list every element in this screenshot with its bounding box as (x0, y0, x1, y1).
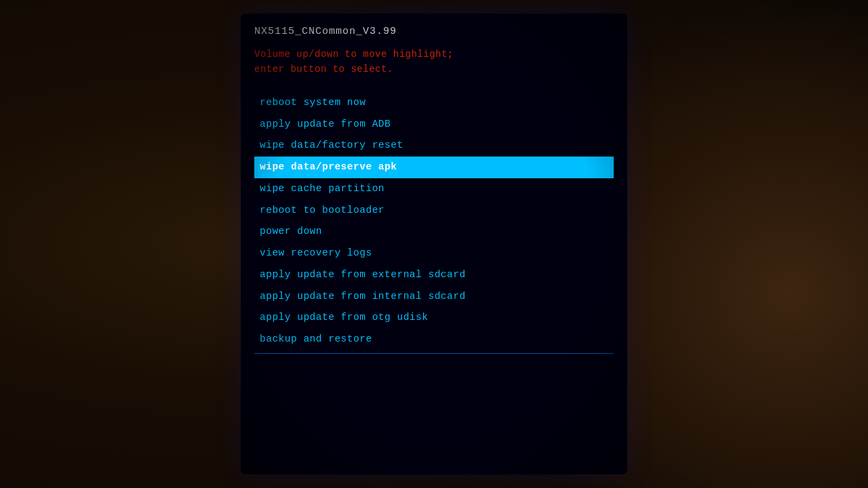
menu-item-wipe-data-preserve-apk[interactable]: wipe data/preserve apk (254, 157, 614, 178)
recovery-menu: reboot system nowapply update from ADBwi… (254, 92, 614, 350)
menu-item-wipe-cache-partition[interactable]: wipe cache partition (254, 178, 614, 200)
menu-item-power-down[interactable]: power down (254, 221, 614, 243)
instructions-block: Volume up/down to move highlight; enter … (254, 47, 614, 77)
menu-item-view-recovery-logs[interactable]: view recovery logs (254, 243, 614, 264)
phone-screen: NX5115_CNCommon_V3.99 Volume up/down to … (241, 14, 627, 474)
menu-item-apply-update-adb[interactable]: apply update from ADB (254, 114, 614, 136)
instructions-line1: Volume up/down to move highlight; (254, 49, 454, 60)
menu-item-apply-update-otg-udisk[interactable]: apply update from otg udisk (254, 307, 614, 329)
menu-item-reboot-system-now[interactable]: reboot system now (254, 92, 614, 114)
phone-wrap: NX5115_CNCommon_V3.99 Volume up/down to … (217, 0, 651, 488)
menu-item-backup-and-restore[interactable]: backup and restore (254, 329, 614, 350)
menu-item-reboot-to-bootloader[interactable]: reboot to bootloader (254, 200, 614, 222)
menu-item-apply-update-external-sdcard[interactable]: apply update from external sdcard (254, 264, 614, 286)
menu-item-apply-update-internal-sdcard[interactable]: apply update from internal sdcard (254, 286, 614, 308)
menu-item-wipe-data-factory-reset[interactable]: wipe data/factory reset (254, 135, 614, 157)
version-text: NX5115_CNCommon_V3.99 (254, 26, 614, 37)
instructions-line2: enter button to select. (254, 64, 393, 75)
bottom-divider (254, 353, 614, 354)
